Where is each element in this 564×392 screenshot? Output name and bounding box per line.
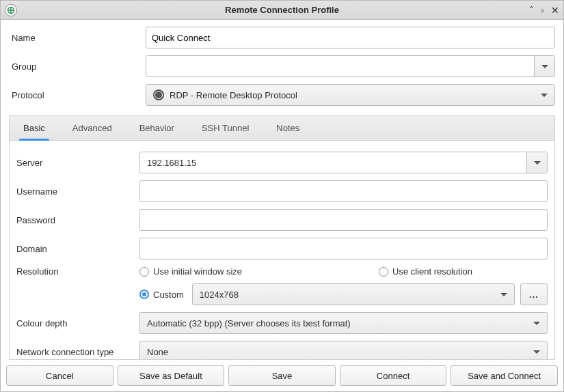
password-input[interactable] <box>139 209 548 231</box>
server-combo[interactable]: 192.1681.15 <box>139 152 548 173</box>
server-value: 192.1681.15 <box>140 152 526 173</box>
rdp-icon <box>153 89 164 100</box>
content: Name Group Protocol RDP - Remote Desktop… <box>1 20 563 360</box>
network-type-label: Network connection type <box>16 347 139 357</box>
tab-notes[interactable]: Notes <box>263 116 313 140</box>
radio-initial-label: Use initial window size <box>153 266 242 277</box>
domain-label: Domain <box>16 244 139 254</box>
maximize-icon[interactable]: ▫ <box>541 5 544 15</box>
radio-initial-window[interactable]: Use initial window size <box>139 266 345 277</box>
colour-depth-value: Automatic (32 bpp) (Server chooses its b… <box>147 318 351 328</box>
group-dropdown-button[interactable] <box>534 56 554 76</box>
group-value <box>146 56 534 76</box>
radio-custom-label: Custom <box>153 290 184 300</box>
connect-button[interactable]: Connect <box>340 365 447 386</box>
minimize-icon[interactable]: ˄ <box>529 5 534 15</box>
tabbar: Basic Advanced Behavior SSH Tunnel Notes <box>9 115 555 140</box>
username-input[interactable] <box>139 180 548 202</box>
group-combo[interactable] <box>146 55 555 77</box>
group-label: Group <box>9 61 146 72</box>
name-input[interactable] <box>146 27 555 48</box>
radio-client-label: Use client resolution <box>392 266 472 277</box>
protocol-dropdown-button[interactable] <box>534 85 554 105</box>
chevron-down-icon <box>534 161 541 165</box>
save-connect-button[interactable]: Save and Connect <box>451 365 558 386</box>
tab-advanced[interactable]: Advanced <box>59 116 126 140</box>
cancel-button[interactable]: Cancel <box>6 365 113 386</box>
protocol-value: RDP - Remote Desktop Protocol <box>170 90 297 100</box>
tab-behavior[interactable]: Behavior <box>126 116 188 140</box>
network-type-dropdown-button[interactable] <box>526 341 547 360</box>
close-icon[interactable]: ✕ <box>551 5 559 15</box>
resolution-label: Resolution <box>16 266 139 277</box>
network-type-value: None <box>147 347 168 357</box>
network-type-select[interactable]: None <box>139 341 548 360</box>
name-label: Name <box>9 33 146 43</box>
app-icon <box>5 4 17 16</box>
tab-basic[interactable]: Basic <box>10 116 59 140</box>
save-button[interactable]: Save <box>228 365 336 386</box>
button-bar: Cancel Save as Default Save Connect Save… <box>1 361 563 391</box>
colour-depth-select[interactable]: Automatic (32 bpp) (Server chooses its b… <box>139 312 548 334</box>
username-label: Username <box>16 186 139 197</box>
resolution-select[interactable]: 1024x768 <box>192 283 515 305</box>
tab-page-basic: Server 192.1681.15 Username Password <box>9 140 555 360</box>
radio-custom[interactable]: Custom <box>139 290 184 300</box>
resolution-dropdown-button[interactable] <box>494 284 514 305</box>
protocol-label: Protocol <box>9 90 146 100</box>
chevron-down-icon <box>541 94 548 97</box>
domain-input[interactable] <box>139 238 548 260</box>
window-title: Remote Connection Profile <box>1 5 563 15</box>
chevron-down-icon <box>541 65 548 68</box>
chevron-down-icon <box>533 322 540 325</box>
titlebar: Remote Connection Profile ˄ ▫ ✕ <box>1 1 563 20</box>
save-default-button[interactable]: Save as Default <box>118 365 225 386</box>
tab-ssh-tunnel[interactable]: SSH Tunnel <box>188 116 263 140</box>
chevron-down-icon <box>500 293 507 296</box>
password-label: Password <box>16 215 139 225</box>
resolution-value: 1024x768 <box>200 290 239 300</box>
server-label: Server <box>16 158 139 168</box>
protocol-select[interactable]: RDP - Remote Desktop Protocol <box>146 84 555 106</box>
colour-depth-dropdown-button[interactable] <box>526 313 547 333</box>
radio-client-resolution[interactable]: Use client resolution <box>379 266 472 277</box>
colour-depth-label: Colour depth <box>16 318 139 328</box>
resolution-more-button[interactable]: ... <box>520 283 548 305</box>
chevron-down-icon <box>533 350 540 354</box>
server-dropdown-button[interactable] <box>526 152 547 173</box>
